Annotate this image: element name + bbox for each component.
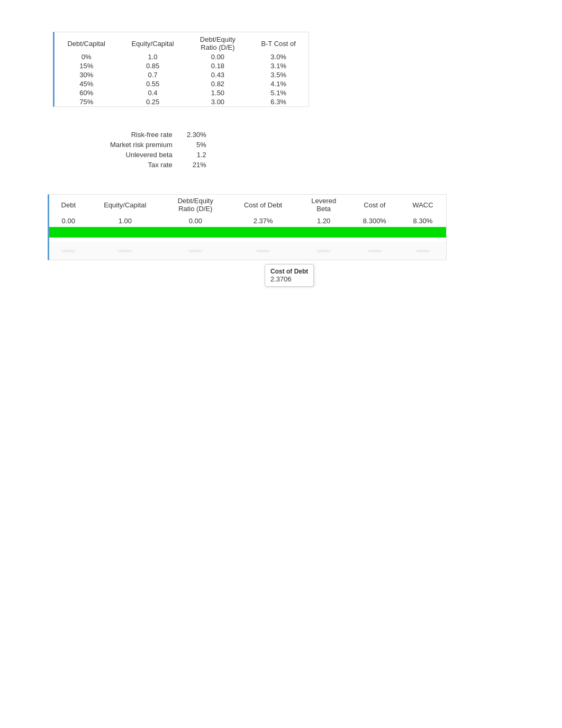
faded-wacc-value: —— <box>416 247 429 254</box>
faded-cost-debt-value: —— <box>257 247 269 254</box>
cell-equity-cap-1: 0.85 <box>118 61 187 70</box>
param-row-risk-free: Risk-free rate 2.30% <box>106 130 211 140</box>
cell-debt-cap-0: 0% <box>55 52 118 61</box>
faded-cell-cost-of: —— <box>350 242 400 260</box>
cell-bt-5: 6.3% <box>248 97 309 106</box>
bottom-col-de-line1: Debt/Equity <box>178 197 213 205</box>
faded-levered-value: —— <box>318 247 330 254</box>
cell-equity-cap-5: 0.25 <box>118 97 187 106</box>
cell-equity-cap-4: 0.4 <box>118 88 187 97</box>
cell-debt-cap-2: 30% <box>55 70 118 79</box>
bottom-data-row: 0.00 1.00 0.00 2.37% 1.20 8.300% 8.30% <box>49 215 446 227</box>
page-container: Debt/Capital Equity/Capital Debt/Equity … <box>0 0 562 728</box>
cell-bt-1: 3.1% <box>248 61 309 70</box>
cell-debt: 0.00 <box>49 215 88 227</box>
cell-de-0: 0.00 <box>187 52 249 61</box>
bottom-table: Debt Equity/Capital Debt/Equity Ratio (D… <box>49 195 446 260</box>
cell-bt-3: 4.1% <box>248 79 309 88</box>
col-de-ratio-line1: Debt/Equity <box>200 35 235 43</box>
bottom-col-levered-line2: Beta <box>316 205 331 213</box>
faded-cost-of-value: —— <box>368 247 381 254</box>
cell-equity-cap-2: 0.7 <box>118 70 187 79</box>
param-row-tax-rate: Tax rate 21% <box>106 160 211 170</box>
faded-cell-cost-debt: —— <box>229 242 298 260</box>
table-row: 45% 0.55 0.82 4.1% <box>55 79 309 88</box>
bottom-table-wrapper: Debt Equity/Capital Debt/Equity Ratio (D… <box>48 194 447 260</box>
faded-cell-de: —— <box>162 242 229 260</box>
param-label-unlevered-beta: Unlevered beta <box>106 150 179 160</box>
faded-cell-levered: —— <box>298 242 350 260</box>
bottom-col-wacc: WACC <box>400 195 446 215</box>
bottom-col-levered-line1: Levered <box>311 197 336 205</box>
cell-cost-of: 8.300% <box>350 215 400 227</box>
cell-levered-beta: 1.20 <box>298 215 350 227</box>
cell-cost-debt: 2.37% <box>229 215 298 227</box>
cell-de-1: 0.18 <box>187 61 249 70</box>
faded-equity-value: —— <box>119 247 131 254</box>
faded-cell-wacc: —— <box>400 242 446 260</box>
param-value-risk-free: 2.30% <box>179 130 211 140</box>
bottom-col-equity-cap: Equity/Capital <box>88 195 163 215</box>
params-table: Risk-free rate 2.30% Market risk premium… <box>106 130 211 170</box>
green-highlight-row <box>49 227 446 238</box>
top-table-wrapper: Debt/Capital Equity/Capital Debt/Equity … <box>53 32 309 107</box>
faded-de-value: —— <box>189 247 202 254</box>
tooltip-value: 2.3706 <box>270 275 308 283</box>
param-label-market-risk: Market risk premium <box>106 140 179 150</box>
col-bt-cost: B-T Cost of <box>248 32 309 52</box>
param-value-tax-rate: 21% <box>179 160 211 170</box>
param-value-market-risk: 5% <box>179 140 211 150</box>
table-row: 75% 0.25 3.00 6.3% <box>55 97 309 106</box>
cell-debt-cap-1: 15% <box>55 61 118 70</box>
cell-de-ratio: 0.00 <box>162 215 229 227</box>
cell-equity-cap-3: 0.55 <box>118 79 187 88</box>
col-debt-capital: Debt/Capital <box>55 32 118 52</box>
cell-de-5: 3.00 <box>187 97 249 106</box>
cell-de-3: 0.82 <box>187 79 249 88</box>
col-equity-capital: Equity/Capital <box>118 32 187 52</box>
top-table: Debt/Capital Equity/Capital Debt/Equity … <box>55 32 309 106</box>
cell-bt-4: 5.1% <box>248 88 309 97</box>
cell-equity-cap-0: 1.0 <box>118 52 187 61</box>
cell-bt-2: 3.5% <box>248 70 309 79</box>
param-value-unlevered-beta: 1.2 <box>179 150 211 160</box>
param-row-unlevered-beta: Unlevered beta 1.2 <box>106 150 211 160</box>
bottom-col-de-line2: Ratio (D/E) <box>178 205 212 213</box>
cell-bt-0: 3.0% <box>248 52 309 61</box>
table-row: 15% 0.85 0.18 3.1% <box>55 61 309 70</box>
cell-de-2: 0.43 <box>187 70 249 79</box>
bottom-col-cost-debt: Cost of Debt <box>229 195 298 215</box>
bottom-table-header-row: Debt Equity/Capital Debt/Equity Ratio (D… <box>49 195 446 215</box>
faded-cell-equity-cap: —— <box>88 242 163 260</box>
bottom-col-de-ratio: Debt/Equity Ratio (D/E) <box>162 195 229 215</box>
green-bar-cell <box>49 227 446 238</box>
faded-data-row: —— —— —— —— —— —— <box>49 242 446 260</box>
cost-of-debt-tooltip: Cost of Debt 2.3706 <box>265 264 314 287</box>
params-section: Risk-free rate 2.30% Market risk premium… <box>106 130 541 170</box>
param-label-tax-rate: Tax rate <box>106 160 179 170</box>
faded-debt-value: —— <box>62 247 75 254</box>
bottom-col-cost-of: Cost of <box>350 195 400 215</box>
col-de-ratio: Debt/Equity Ratio (D/E) <box>187 32 249 52</box>
top-table-header-row: Debt/Capital Equity/Capital Debt/Equity … <box>55 32 309 52</box>
table-row: 60% 0.4 1.50 5.1% <box>55 88 309 97</box>
cell-debt-cap-5: 75% <box>55 97 118 106</box>
cell-equity-cap: 1.00 <box>88 215 163 227</box>
col-de-ratio-line2: Ratio (D/E) <box>201 43 234 51</box>
tooltip-label: Cost of Debt <box>270 268 308 275</box>
table-row: 30% 0.7 0.43 3.5% <box>55 70 309 79</box>
param-row-market-risk: Market risk premium 5% <box>106 140 211 150</box>
table-row: 0% 1.0 0.00 3.0% <box>55 52 309 61</box>
cell-wacc: 8.30% <box>400 215 446 227</box>
cell-debt-cap-4: 60% <box>55 88 118 97</box>
faded-cell-debt: —— <box>49 242 88 260</box>
bottom-col-debt: Debt <box>49 195 88 215</box>
separator-row <box>49 238 446 242</box>
cell-debt-cap-3: 45% <box>55 79 118 88</box>
param-label-risk-free: Risk-free rate <box>106 130 179 140</box>
bottom-col-levered-beta: Levered Beta <box>298 195 350 215</box>
cell-de-4: 1.50 <box>187 88 249 97</box>
tooltip-box: Cost of Debt 2.3706 <box>265 264 314 287</box>
